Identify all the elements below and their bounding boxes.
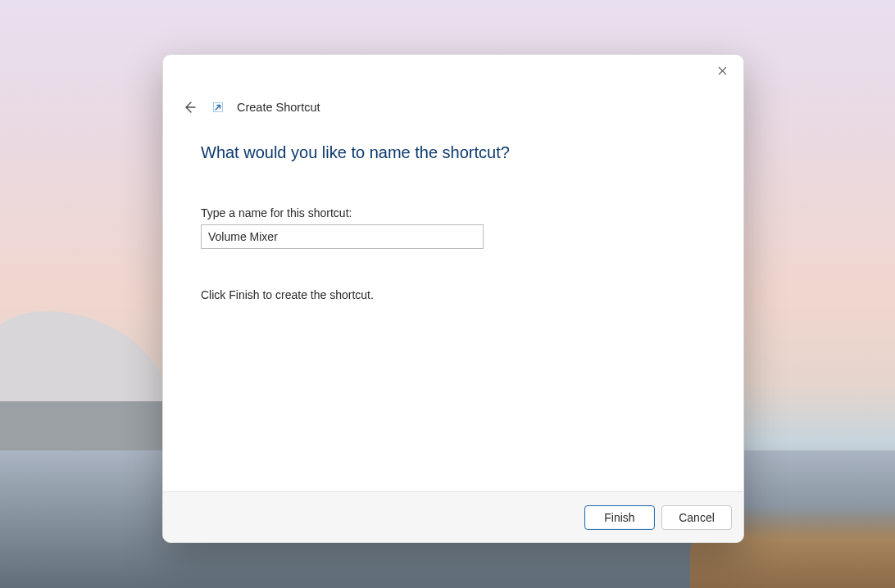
cancel-button[interactable]: Cancel	[661, 505, 732, 530]
dialog-footer: Finish Cancel	[163, 491, 743, 542]
dialog-content: What would you like to name the shortcut…	[163, 117, 743, 491]
close-button[interactable]	[704, 58, 740, 83]
finish-button[interactable]: Finish	[584, 505, 655, 530]
back-button[interactable]	[179, 97, 199, 117]
shortcut-arrow-icon	[212, 102, 224, 113]
name-field-label: Type a name for this shortcut:	[201, 206, 706, 219]
hint-text: Click Finish to create the shortcut.	[201, 288, 706, 301]
background-mountain	[0, 311, 172, 442]
dialog-header: Create Shortcut	[163, 97, 743, 117]
create-shortcut-dialog: Create Shortcut What would you like to n…	[162, 54, 744, 543]
close-icon	[718, 66, 727, 75]
dialog-title: Create Shortcut	[237, 101, 320, 114]
page-heading: What would you like to name the shortcut…	[201, 143, 706, 162]
back-arrow-icon	[182, 100, 197, 115]
shortcut-name-input[interactable]	[201, 224, 484, 249]
titlebar	[163, 55, 743, 91]
